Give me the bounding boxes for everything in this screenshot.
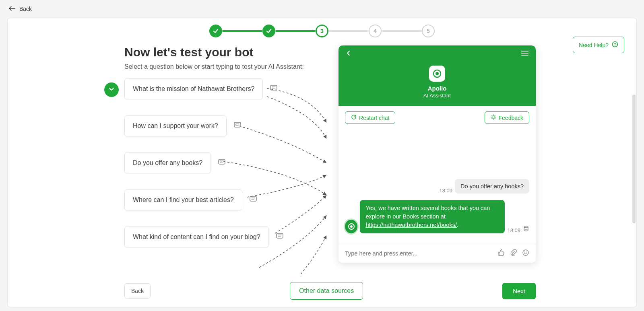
bot-bubble: Yes, we have written several books that … [360, 200, 505, 233]
chat-menu-icon[interactable] [521, 50, 528, 58]
restart-chat-label: Restart chat [359, 115, 389, 121]
question-card[interactable]: What kind of content can I find on your … [124, 227, 269, 247]
question-card[interactable]: What is the mission of Nathawat Brothers… [124, 78, 263, 99]
svg-point-8 [436, 72, 439, 75]
chat-logo [429, 66, 445, 82]
svg-rect-4 [219, 159, 225, 164]
svg-rect-6 [277, 233, 283, 238]
chat-icon [270, 84, 277, 93]
feedback-label: Feedback [499, 115, 523, 121]
svg-rect-2 [270, 85, 277, 90]
chat-bot-name: Apollo [339, 85, 536, 92]
step-line-1 [222, 30, 262, 32]
question-card[interactable]: Where can I find your best articles? [124, 189, 242, 210]
bot-text-after: . [457, 222, 458, 228]
main-card: 3 4 5 Need Help? ? Now let's test your b… [7, 18, 637, 307]
chevron-down-icon [108, 86, 115, 94]
chat-icon [250, 196, 257, 204]
other-data-sources-button[interactable]: Other data sources [290, 282, 363, 300]
back-link[interactable]: Back [9, 6, 32, 12]
svg-rect-3 [234, 122, 241, 127]
svg-point-14 [526, 252, 527, 253]
svg-rect-5 [250, 196, 256, 201]
chat-bot-role: AI Assistant [339, 93, 536, 99]
step-2[interactable] [262, 25, 275, 37]
arrow-left-icon [9, 6, 15, 12]
question-card[interactable]: Do you offer any books? [124, 152, 211, 173]
bot-avatar-icon [345, 220, 357, 233]
step-5[interactable]: 5 [422, 25, 435, 37]
user-bubble: Do you offer any books? [455, 179, 529, 194]
footer-back-button[interactable]: Back [124, 283, 151, 299]
chat-back-icon[interactable] [346, 50, 351, 58]
chat-icon [218, 159, 225, 167]
msg-time: 18:09 [507, 227, 520, 233]
bot-link[interactable]: https://nathawatbrothers.net/books/ [365, 222, 457, 228]
emoji-icon[interactable] [522, 249, 529, 258]
msg-time: 18:09 [440, 187, 453, 194]
chat-panel: Apollo AI Assistant Restart chat Feedbac… [339, 45, 536, 263]
restart-chat-button[interactable]: Restart chat [345, 111, 395, 124]
step-line-3 [328, 30, 369, 32]
attachment-icon[interactable] [510, 249, 517, 258]
chat-icon [234, 122, 241, 130]
chat-message-user: 18:09 Do you offer any books? [345, 179, 529, 194]
svg-point-12 [523, 250, 528, 255]
question-card[interactable]: How can I support your work? [124, 115, 227, 136]
scrollbar[interactable] [632, 95, 636, 223]
stepper: 3 4 5 [8, 18, 636, 37]
step-1[interactable] [209, 25, 222, 37]
collapse-toggle[interactable] [104, 82, 119, 97]
svg-point-11 [524, 226, 528, 228]
step-line-2 [275, 30, 316, 32]
thumbs-up-icon[interactable] [498, 249, 505, 258]
page-title: Now let's test your bot [124, 45, 330, 59]
bot-text-before: Yes, we have written several books that … [365, 205, 490, 220]
refresh-icon [351, 114, 357, 121]
sparkle-icon [491, 114, 496, 121]
step-3[interactable]: 3 [316, 25, 328, 37]
svg-point-13 [524, 252, 525, 253]
chat-input[interactable] [345, 250, 498, 257]
step-4[interactable]: 4 [369, 25, 382, 37]
back-label: Back [19, 6, 32, 12]
page-subtitle: Select a question below or start typing … [124, 63, 330, 70]
chat-icon [276, 233, 283, 241]
svg-point-10 [350, 225, 353, 228]
next-button[interactable]: Next [502, 283, 536, 299]
feedback-button[interactable]: Feedback [485, 111, 529, 124]
step-line-4 [382, 30, 422, 32]
chat-message-bot: Yes, we have written several books that … [345, 200, 529, 233]
database-icon[interactable] [523, 225, 529, 233]
